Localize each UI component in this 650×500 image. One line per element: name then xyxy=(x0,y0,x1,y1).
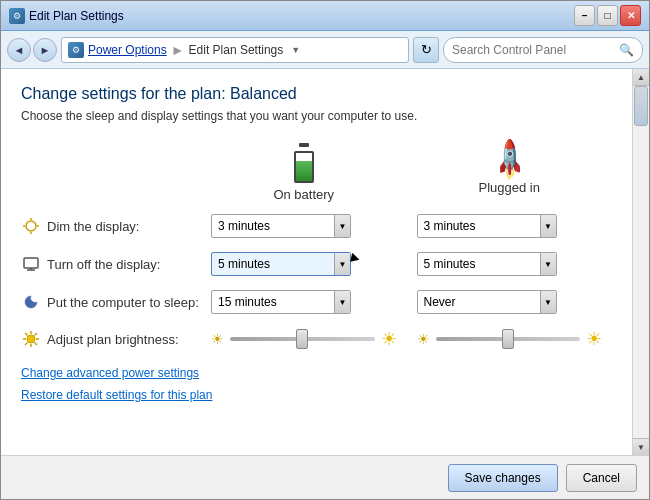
svg-rect-5 xyxy=(24,258,38,268)
plugged-in-header: 🚀 Plugged in xyxy=(407,143,613,202)
svg-line-15 xyxy=(35,333,38,336)
main-content: Change settings for the plan: Balanced C… xyxy=(1,69,632,455)
turn-off-display-icon xyxy=(21,254,41,274)
sleep-plugged-dropdown-cell: Never ▼ xyxy=(407,290,613,314)
bottom-bar: Save changes Cancel xyxy=(1,455,649,499)
sun-large-icon: ☀ xyxy=(586,328,602,350)
breadcrumb-icon: ⚙ xyxy=(68,42,84,58)
on-battery-header: On battery xyxy=(201,143,407,202)
sun-large-icon: ☀ xyxy=(381,328,397,350)
sleep-plugged-dropdown[interactable]: Never ▼ xyxy=(417,290,557,314)
dropdown-arrow-icon: ▼ xyxy=(334,253,350,275)
breadcrumb-current: Edit Plan Settings xyxy=(189,43,284,57)
cancel-button[interactable]: Cancel xyxy=(566,464,637,492)
dropdown-arrow-icon: ▼ xyxy=(540,253,556,275)
svg-line-13 xyxy=(25,333,28,336)
dim-display-plugged-dropdown-cell: 3 minutes ▼ xyxy=(407,214,613,238)
turn-off-display-plugged-dropdown-cell: 5 minutes ▼ xyxy=(407,252,613,276)
dim-display-icon xyxy=(21,216,41,236)
svg-point-8 xyxy=(27,335,35,343)
rocket-icon: 🚀 xyxy=(485,135,533,183)
window-icon: ⚙ xyxy=(9,8,25,24)
dim-display-battery-dropdown-cell: 3 minutes ▼ xyxy=(201,214,407,238)
title-bar: ⚙ Edit Plan Settings – □ ✕ xyxy=(1,1,649,31)
dropdown-arrow-icon: ▼ xyxy=(540,291,556,313)
sun-small-icon: ☀ xyxy=(211,331,224,347)
brightness-battery-slider-container: ☀ ☀ xyxy=(201,328,407,350)
scroll-track xyxy=(633,86,649,438)
breadcrumb-dropdown-arrow[interactable]: ▼ xyxy=(291,45,300,55)
save-changes-button[interactable]: Save changes xyxy=(448,464,558,492)
close-button[interactable]: ✕ xyxy=(620,5,641,26)
advanced-power-settings-link[interactable]: Change advanced power settings xyxy=(21,366,612,380)
search-bar: 🔍 xyxy=(443,37,643,63)
scroll-down-button[interactable]: ▼ xyxy=(633,438,650,455)
search-icon: 🔍 xyxy=(619,43,634,57)
battery-icon xyxy=(292,143,316,183)
forward-button[interactable]: ► xyxy=(33,38,57,62)
turn-off-display-battery-dropdown[interactable]: 5 minutes ▼ xyxy=(211,252,351,276)
content-area: Change settings for the plan: Balanced C… xyxy=(1,69,649,455)
links-section: Change advanced power settings Restore d… xyxy=(21,366,612,402)
page-subtitle: Choose the sleep and display settings th… xyxy=(21,109,612,123)
dropdown-arrow-icon: ▼ xyxy=(334,291,350,313)
window: ⚙ Edit Plan Settings – □ ✕ ◄ ► ⚙ Power O… xyxy=(0,0,650,500)
scroll-up-button[interactable]: ▲ xyxy=(633,69,650,86)
minimize-button[interactable]: – xyxy=(574,5,595,26)
svg-point-0 xyxy=(26,221,36,231)
sleep-label: Put the computer to sleep: xyxy=(21,292,201,312)
refresh-button[interactable]: ↻ xyxy=(413,37,439,63)
breadcrumb: ⚙ Power Options ► Edit Plan Settings ▼ xyxy=(61,37,409,63)
settings-header-row: On battery 🚀 Plugged in xyxy=(21,143,612,202)
slider-thumb[interactable] xyxy=(502,329,514,349)
brightness-row: Adjust plan brightness: ☀ ☀ ☀ xyxy=(21,328,612,350)
breadcrumb-separator: ► xyxy=(171,42,185,58)
page-title: Change settings for the plan: Balanced xyxy=(21,85,612,103)
svg-line-16 xyxy=(25,343,28,346)
maximize-button[interactable]: □ xyxy=(597,5,618,26)
dim-display-plugged-dropdown[interactable]: 3 minutes ▼ xyxy=(417,214,557,238)
back-button[interactable]: ◄ xyxy=(7,38,31,62)
address-bar: ◄ ► ⚙ Power Options ► Edit Plan Settings… xyxy=(1,31,649,69)
sleep-battery-dropdown-cell: 15 minutes ▼ xyxy=(201,290,407,314)
window-title: Edit Plan Settings xyxy=(29,9,124,23)
setting-row-turn-off-display: Turn off the display: 5 minutes ▼ 5 minu… xyxy=(21,252,612,276)
search-input[interactable] xyxy=(452,43,615,57)
dropdown-arrow-icon: ▼ xyxy=(334,215,350,237)
settings-grid: Dim the display: 3 minutes ▼ 3 minutes ▼ xyxy=(21,214,612,350)
dropdown-arrow-icon: ▼ xyxy=(540,215,556,237)
slider-thumb[interactable] xyxy=(296,329,308,349)
setting-row-sleep: Put the computer to sleep: 15 minutes ▼ … xyxy=(21,290,612,314)
brightness-label: Adjust plan brightness: xyxy=(21,329,201,349)
sleep-icon xyxy=(21,292,41,312)
breadcrumb-root[interactable]: Power Options xyxy=(88,43,167,57)
svg-line-14 xyxy=(35,343,38,346)
nav-buttons: ◄ ► xyxy=(7,38,57,62)
restore-defaults-link[interactable]: Restore default settings for this plan xyxy=(21,388,612,402)
scroll-thumb[interactable] xyxy=(634,86,648,126)
dim-display-label: Dim the display: xyxy=(21,216,201,236)
turn-off-display-label: Turn off the display: xyxy=(21,254,201,274)
on-battery-label: On battery xyxy=(273,187,334,202)
brightness-battery-slider[interactable] xyxy=(230,337,375,341)
dim-display-battery-dropdown[interactable]: 3 minutes ▼ xyxy=(211,214,351,238)
brightness-plugged-slider[interactable] xyxy=(436,337,581,341)
sleep-battery-dropdown[interactable]: 15 minutes ▼ xyxy=(211,290,351,314)
setting-row-dim-display: Dim the display: 3 minutes ▼ 3 minutes ▼ xyxy=(21,214,612,238)
scrollbar: ▲ ▼ xyxy=(632,69,649,455)
sun-small-icon: ☀ xyxy=(417,331,430,347)
turn-off-display-battery-dropdown-cell: 5 minutes ▼ xyxy=(201,252,407,276)
brightness-icon xyxy=(21,329,41,349)
brightness-plugged-slider-container: ☀ ☀ xyxy=(407,328,613,350)
title-bar-left: ⚙ Edit Plan Settings xyxy=(9,8,124,24)
title-bar-buttons: – □ ✕ xyxy=(574,5,641,26)
turn-off-display-plugged-dropdown[interactable]: 5 minutes ▼ xyxy=(417,252,557,276)
